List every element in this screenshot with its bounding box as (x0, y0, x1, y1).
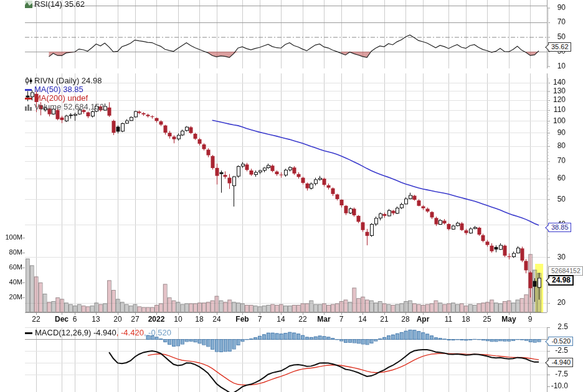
macd-hist-text: -0.520 (551, 337, 571, 345)
macd-value-callout: -4.940 (548, 358, 573, 367)
volume-bars-icon (25, 104, 32, 111)
macd-legend-main: MACD(12,26,9) -4.940 (35, 329, 116, 337)
rsi-legend-label: RSI(14) 35.62 (34, 0, 85, 9)
last-price-callout: 24.98 (548, 275, 574, 286)
stockcharts-chart: RSI(14) 35.62 RIVN (Daily) 24.98 MA(50) … (0, 0, 583, 392)
macd-hist-callout: -0.520 (548, 337, 573, 346)
ma50-legend-label: MA(50) 38.85 (34, 85, 83, 94)
macd-legend-hist: , -0.520 (144, 329, 171, 337)
symbol-title: RIVN (Daily) 24.98 (34, 77, 102, 85)
rsi-value-text: 35.62 (551, 43, 569, 50)
volume-legend-label: Volume 52,684,152 (34, 103, 104, 111)
macd-line-swatch (25, 332, 32, 334)
volume-value-text: 52684152 (551, 267, 581, 274)
macd-legend-signal: , -4.420 (116, 329, 144, 337)
macd-legend: MACD(12,26,9) -4.940 , -4.420 , -0.520 (25, 329, 171, 337)
last-price-text: 24.98 (552, 276, 571, 284)
macd-value-text: -4.940 (551, 358, 571, 366)
ma200-swatch (25, 98, 32, 100)
rsi-value-callout: 35.62 (548, 42, 571, 52)
ma200-legend-label: MA(200) undef (34, 94, 88, 103)
ma50-value-text: 38.85 (551, 223, 569, 231)
ma50-swatch (25, 89, 32, 91)
rsi-legend: RSI(14) 35.62 (25, 0, 85, 9)
candlestick-icon (25, 77, 32, 85)
ma50-value-callout: 38.85 (548, 223, 571, 232)
volume-value-callout: 52684152 (548, 266, 583, 276)
rsi-area-chart-icon (25, 1, 32, 8)
price-legend: RIVN (Daily) 24.98 MA(50) 38.85 MA(200) … (25, 77, 104, 111)
